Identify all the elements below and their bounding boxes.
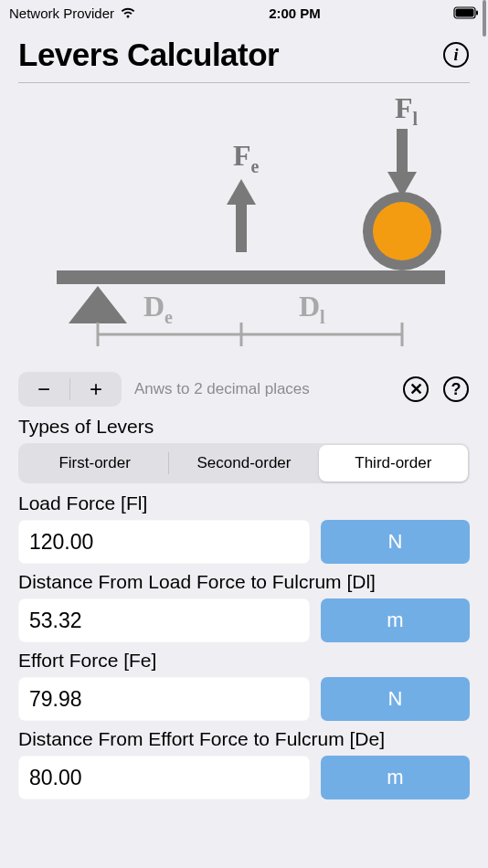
clear-button[interactable]: ✕ (402, 376, 430, 403)
diagram-dl-sub: l (320, 307, 325, 327)
input-distance-effort[interactable] (18, 756, 310, 799)
stepper-plus-button[interactable]: + (70, 372, 122, 407)
status-bar: Network Provider 2:00 PM (0, 0, 488, 26)
unit-button-fe[interactable]: N (321, 677, 470, 721)
decimal-hint: Anws to 2 decimal places (134, 380, 389, 398)
svg-marker-12 (69, 286, 127, 323)
svg-point-10 (373, 202, 431, 260)
help-button[interactable]: ? (442, 376, 470, 403)
lever-type-segmented: First-order Second-order Third-order (18, 443, 470, 483)
lever-diagram: Fl Fe De Dl (18, 92, 470, 366)
diagram-fl-sub: l (413, 109, 419, 129)
seg-first-order[interactable]: First-order (20, 445, 169, 482)
diagram-de: D (143, 290, 164, 323)
diagram-fe-sub: e (251, 156, 260, 176)
seg-second-order[interactable]: Second-order (169, 445, 318, 482)
types-label: Types of Levers (18, 416, 470, 438)
carrier-label: Network Provider (9, 5, 114, 21)
decimal-stepper: − + (18, 372, 122, 407)
input-load-force[interactable] (18, 520, 310, 564)
question-icon: ? (443, 376, 469, 402)
info-icon: i (443, 42, 469, 68)
field-label-fe: Effort Force [Fe] (18, 650, 470, 672)
wifi-icon (120, 6, 136, 19)
diagram-dl: D (299, 290, 320, 323)
input-effort-force[interactable] (18, 677, 310, 721)
x-circle-icon: ✕ (403, 376, 429, 402)
svg-rect-1 (456, 9, 474, 17)
divider (18, 82, 470, 83)
svg-text:Fl: Fl (395, 92, 419, 129)
diagram-fl: F (395, 92, 413, 124)
unit-button-fl[interactable]: N (321, 520, 470, 564)
input-distance-load[interactable] (18, 598, 310, 642)
svg-text:Dl: Dl (299, 290, 325, 327)
svg-marker-8 (227, 179, 256, 205)
field-label-de: Distance From Effort Force to Fulcrum [D… (18, 728, 470, 750)
page-title: Levers Calculator (18, 37, 279, 73)
scroll-indicator[interactable] (483, 0, 486, 37)
battery-icon (453, 6, 479, 19)
diagram-de-sub: e (164, 307, 173, 327)
field-label-fl: Load Force [Fl] (18, 492, 470, 514)
diagram-fe: F (233, 139, 251, 172)
field-label-dl: Distance From Load Force to Fulcrum [Dl] (18, 571, 470, 593)
svg-text:Fe: Fe (233, 139, 260, 176)
svg-rect-11 (57, 270, 445, 284)
stepper-minus-button[interactable]: − (18, 372, 69, 407)
svg-text:De: De (143, 290, 173, 327)
unit-button-dl[interactable]: m (321, 598, 470, 642)
unit-button-de[interactable]: m (321, 756, 470, 799)
clock-label: 2:00 PM (269, 5, 321, 21)
svg-rect-2 (476, 11, 478, 16)
info-button[interactable]: i (442, 41, 470, 69)
seg-third-order[interactable]: Third-order (319, 445, 468, 482)
